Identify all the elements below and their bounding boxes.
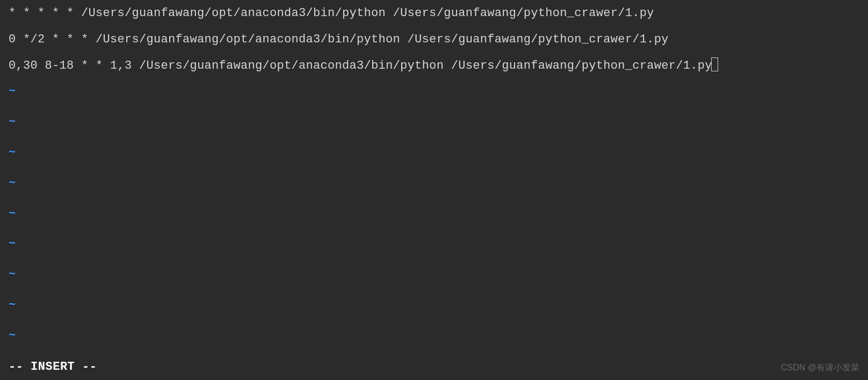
empty-line-tilde: ~ bbox=[9, 236, 859, 253]
crontab-line[interactable]: * * * * * /Users/guanfawang/opt/anaconda… bbox=[9, 5, 859, 22]
empty-line-tilde: ~ bbox=[9, 145, 859, 162]
empty-line-tilde: ~ bbox=[9, 84, 859, 100]
editor-content[interactable]: * * * * * /Users/guanfawang/opt/anaconda… bbox=[0, 0, 868, 356]
vim-editor[interactable]: * * * * * /Users/guanfawang/opt/anaconda… bbox=[0, 0, 868, 380]
empty-line-tilde: ~ bbox=[9, 328, 859, 345]
empty-line-tilde: ~ bbox=[9, 176, 859, 192]
empty-line-tilde: ~ bbox=[9, 297, 859, 314]
empty-line-tilde: ~ bbox=[9, 206, 859, 223]
crontab-line[interactable]: 0,30 8-18 * * 1,3 /Users/guanfawang/opt/… bbox=[9, 58, 859, 75]
empty-line-tilde: ~ bbox=[9, 267, 859, 283]
empty-line-tilde: ~ bbox=[9, 114, 859, 131]
vim-mode-indicator: -- INSERT -- bbox=[0, 356, 868, 380]
watermark: CSDN @有请小发菜 bbox=[781, 362, 859, 374]
crontab-line[interactable]: 0 */2 * * * /Users/guanfawang/opt/anacon… bbox=[9, 32, 859, 48]
